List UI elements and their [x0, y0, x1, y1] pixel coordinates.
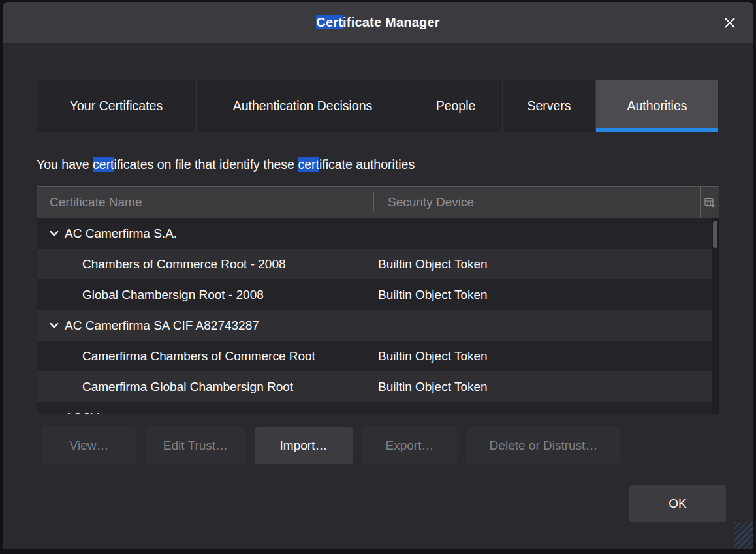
table-row[interactable]: ACCV: [37, 402, 719, 414]
button-label-part: E: [163, 439, 172, 453]
tab-label: Authorities: [627, 99, 687, 114]
button-label-part: elete or Distrust…: [498, 439, 597, 453]
security-device-cell: Builtin Object Token: [378, 380, 719, 394]
certificate-name-text: ACCV: [65, 410, 99, 415]
description-text: You have certificates on file that ident…: [37, 155, 415, 174]
certificate-name-text: Chambers of Commerce Root - 2008: [82, 257, 286, 271]
title-find-highlight: Cert: [316, 15, 343, 29]
button-label-part: iew…: [78, 439, 109, 453]
view-button[interactable]: View…: [42, 427, 136, 464]
tab-label: Authentication Decisions: [233, 99, 373, 114]
certificate-name-text: Global Chambersign Root - 2008: [82, 288, 264, 302]
tab-label: Your Certificates: [70, 99, 163, 114]
chevron-down-icon[interactable]: [50, 322, 59, 329]
edit-trust-button[interactable]: Edit Trust…: [146, 427, 245, 464]
table-row[interactable]: Camerfirma Global Chambersign RootBuilti…: [37, 371, 719, 402]
tab-servers[interactable]: Servers: [503, 80, 596, 132]
certificate-name-text: AC Camerfirma S.A.: [65, 226, 177, 241]
column-picker-icon: [704, 198, 716, 208]
certificate-name-cell: AC Camerfirma SA CIF A82743287: [37, 318, 378, 333]
tab-authentication-decisions[interactable]: Authentication Decisions: [197, 80, 409, 132]
certificate-table: Certificate Name Security Device AC Came…: [37, 186, 719, 414]
table-row[interactable]: Chambers of Commerce Root - 2008Builtin …: [37, 249, 719, 279]
tab-strip: Your CertificatesAuthentication Decision…: [37, 80, 718, 132]
chevron-down-icon[interactable]: [50, 230, 59, 237]
certificate-name-cell: ACCV: [37, 402, 378, 414]
certificate-name-text: AC Camerfirma SA CIF A82743287: [65, 318, 259, 333]
table-row[interactable]: Camerfirma Chambers of Commerce RootBuil…: [37, 341, 719, 371]
table-row[interactable]: Global Chambersign Root - 2008Builtin Ob…: [37, 279, 719, 310]
certificate-name-cell: Camerfirma Chambers of Commerce Root: [37, 349, 378, 363]
delete-or-distrust-button[interactable]: Delete or Distrust…: [467, 427, 620, 464]
export-button[interactable]: Export…: [362, 427, 457, 464]
certificate-manager-dialog: Certificate Manager Your CertificatesAut…: [3, 2, 753, 549]
table-row[interactable]: AC Camerfirma S.A.: [37, 218, 719, 249]
table-row[interactable]: AC Camerfirma SA CIF A82743287: [37, 310, 719, 341]
tab-label: People: [436, 99, 476, 114]
tab-your-certificates[interactable]: Your Certificates: [37, 80, 197, 132]
button-label-part: D: [490, 439, 499, 453]
table-scrollbar-track[interactable]: [712, 218, 719, 414]
tab-label: Servers: [527, 99, 571, 114]
action-buttons: View…Edit Trust…Import…Export…Delete or …: [42, 427, 620, 464]
button-label-part: m: [283, 439, 294, 453]
close-button[interactable]: [719, 12, 740, 33]
column-header-security-device[interactable]: Security Device: [374, 195, 700, 209]
button-label-part: E: [386, 439, 394, 453]
button-label-part: V: [69, 439, 78, 453]
table-header: Certificate Name Security Device: [37, 187, 719, 218]
certificate-name-cell: Camerfirma Global Chambersign Root: [37, 380, 378, 394]
certificate-name-cell: AC Camerfirma S.A.: [37, 226, 378, 241]
window-resize-grip[interactable]: [734, 522, 753, 549]
button-label-part: port…: [400, 439, 434, 453]
security-device-cell: Builtin Object Token: [378, 257, 719, 271]
tab-authorities[interactable]: Authorities: [596, 80, 718, 132]
description-segment: ificates on file that identify these: [114, 157, 298, 172]
button-label-part: dit Trust…: [172, 439, 228, 453]
import-button[interactable]: Import…: [255, 427, 353, 464]
find-highlight: cert: [93, 157, 114, 172]
close-icon: [723, 16, 736, 29]
description-segment: ificate authorities: [319, 157, 415, 172]
chevron-down-icon[interactable]: [50, 414, 59, 415]
titlebar: Certificate Manager: [3, 2, 753, 43]
table-scrollbar-thumb[interactable]: [713, 221, 717, 248]
security-device-cell: Builtin Object Token: [378, 349, 719, 363]
title-rest: ificate Manager: [343, 15, 440, 29]
certificate-name-text: Camerfirma Chambers of Commerce Root: [82, 349, 315, 363]
button-label-part: x: [394, 439, 400, 453]
find-highlight: cert: [298, 157, 319, 172]
tab-people[interactable]: People: [409, 80, 503, 132]
security-device-cell: Builtin Object Token: [378, 288, 719, 302]
button-label-part: port…: [294, 439, 328, 453]
column-header-certificate-name[interactable]: Certificate Name: [37, 195, 373, 209]
certificate-name-text: Camerfirma Global Chambersign Root: [82, 380, 293, 394]
certificate-name-cell: Global Chambersign Root - 2008: [37, 288, 378, 302]
page-title: Certificate Manager: [316, 15, 439, 30]
certificate-table-body: AC Camerfirma S.A.Chambers of Commerce R…: [37, 218, 719, 414]
description-segment: You have: [37, 157, 93, 172]
ok-button[interactable]: OK: [629, 485, 726, 522]
certificate-name-cell: Chambers of Commerce Root - 2008: [37, 257, 378, 271]
column-picker-button[interactable]: [700, 187, 719, 218]
